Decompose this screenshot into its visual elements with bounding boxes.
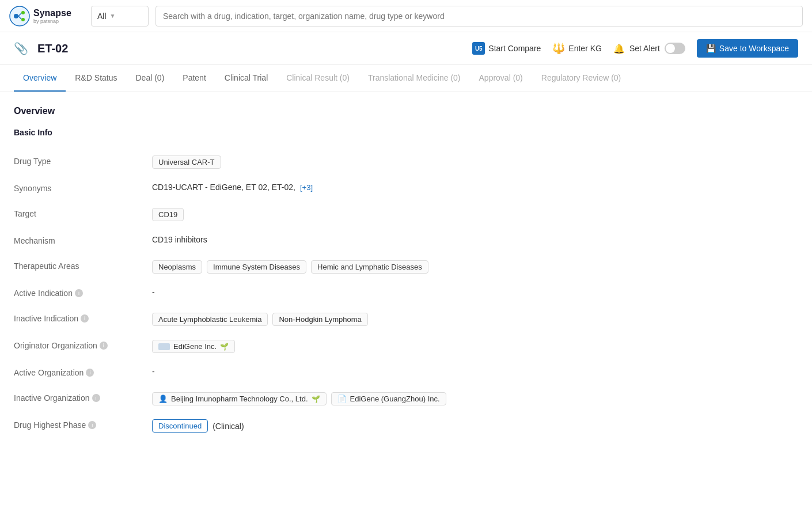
logo-title: Synapse	[33, 7, 71, 18]
inactive-org-1-name: Beijing Imunopharm Technology Co., Ltd.	[171, 395, 308, 403]
active-indication-label: Active Indication i	[14, 287, 152, 298]
enter-kg-button[interactable]: 🔱 Enter KG	[552, 42, 602, 55]
originator-org-name: EdiGene Inc.	[173, 342, 217, 351]
drug-highest-phase-row: Drug Highest Phase i Discontinued (Clini…	[14, 412, 781, 439]
inactive-org-info-icon[interactable]: i	[92, 394, 100, 402]
therapeutic-area-tag-3: Hemic and Lymphatic Diseases	[311, 260, 428, 274]
target-value: CD19	[152, 208, 781, 221]
compare-icon: U5	[472, 42, 485, 55]
inactive-org-value: 👤 Beijing Imunopharm Technology Co., Ltd…	[152, 392, 781, 405]
tab-regulatory-review[interactable]: Regulatory Review (0)	[532, 65, 631, 92]
enter-kg-label: Enter KG	[568, 44, 602, 53]
content-area: Overview Basic Info Drug Type Universal …	[0, 92, 795, 453]
dropdown-value: All	[97, 12, 107, 21]
therapeutic-areas-label: Therapeutic Areas	[14, 260, 152, 271]
active-org-dash: -	[152, 367, 155, 376]
synonyms-more[interactable]: [+3]	[300, 183, 313, 192]
alert-toggle[interactable]	[665, 43, 685, 54]
person-icon: 👤	[158, 395, 168, 403]
section-title: Overview	[14, 106, 781, 116]
org-logo-icon	[158, 343, 170, 350]
drug-name: ET-02	[37, 42, 68, 55]
mechanism-value: CD19 inhibitors	[152, 235, 781, 244]
therapeutic-area-tag-1: Neoplasms	[152, 260, 202, 274]
set-alert-group: 🔔 Set Alert	[613, 43, 685, 54]
active-indication-row: Active Indication i -	[14, 280, 781, 306]
active-org-info-icon[interactable]: i	[86, 369, 94, 377]
tab-rd-status[interactable]: R&D Status	[66, 65, 126, 92]
logo-subtitle: by patsnap	[33, 18, 59, 24]
active-org-row: Active Organization i -	[14, 360, 781, 385]
inactive-indication-row: Inactive Indication i Acute Lymphoblasti…	[14, 306, 781, 333]
subsection-title: Basic Info	[14, 128, 781, 137]
svg-point-2	[21, 11, 25, 14]
active-indication-dash: -	[152, 287, 155, 297]
inactive-indication-tag-2: Non-Hodgkin Lymphoma	[272, 313, 367, 326]
inactive-indication-info-icon[interactable]: i	[81, 314, 89, 323]
search-category-dropdown[interactable]: All ▼	[91, 6, 149, 26]
active-indication-value: -	[152, 287, 781, 297]
search-bar[interactable]	[155, 6, 803, 26]
active-org-label: Active Organization i	[14, 367, 152, 377]
originator-org-value: EdiGene Inc. 🌱	[152, 340, 781, 353]
drug-type-value: Universal CAR-T	[152, 156, 781, 169]
logo-text-area: Synapse by patsnap	[33, 7, 71, 24]
drug-type-label: Drug Type	[14, 156, 152, 166]
inactive-org-tag-2[interactable]: 📄 EdiGene (GuangZhou) Inc.	[331, 392, 446, 405]
tab-translational-medicine[interactable]: Translational Medicine (0)	[359, 65, 470, 92]
growth-icon: 🌱	[220, 343, 229, 351]
inactive-org-2-name: EdiGene (GuangZhou) Inc.	[350, 395, 440, 403]
drug-type-row: Drug Type Universal CAR-T	[14, 149, 781, 176]
tab-approval[interactable]: Approval (0)	[470, 65, 532, 92]
drug-pin-icon: 📎	[14, 41, 28, 55]
tab-clinical-trial[interactable]: Clinical Trial	[215, 65, 277, 92]
chevron-down-icon: ▼	[110, 13, 116, 19]
target-tag[interactable]: CD19	[152, 208, 184, 221]
discontinued-badge[interactable]: Discontinued	[152, 419, 208, 433]
drug-highest-phase-value: Discontinued (Clinical)	[152, 419, 781, 433]
therapeutic-areas-row: Therapeutic Areas Neoplasms Immune Syste…	[14, 253, 781, 280]
drug-highest-phase-info-icon[interactable]: i	[88, 421, 96, 429]
growth-icon-2: 🌱	[312, 395, 320, 403]
svg-point-0	[10, 6, 29, 26]
mechanism-row: Mechanism CD19 inhibitors	[14, 228, 781, 253]
synapse-logo-icon	[9, 6, 30, 26]
synonyms-value: CD19-UCART - EdiGene, ET 02, ET-02, [+3]	[152, 183, 781, 192]
tab-clinical-result[interactable]: Clinical Result (0)	[277, 65, 359, 92]
inactive-indication-tag-1: Acute Lymphoblastic Leukemia	[152, 313, 268, 326]
synonyms-text: CD19-UCART - EdiGene, ET 02, ET-02,	[152, 183, 295, 192]
mechanism-label: Mechanism	[14, 235, 152, 245]
save-workspace-button[interactable]: 💾 Save to Workspace	[697, 39, 798, 58]
svg-point-1	[14, 14, 18, 18]
top-header: Synapse by patsnap All ▼	[0, 0, 812, 32]
target-label: Target	[14, 208, 152, 218]
inactive-org-row: Inactive Organization i 👤 Beijing Imunop…	[14, 385, 781, 412]
originator-org-info-icon[interactable]: i	[100, 342, 108, 350]
active-indication-info-icon[interactable]: i	[75, 289, 83, 297]
originator-org-row: Originator Organization i EdiGene Inc. 🌱	[14, 333, 781, 360]
save-workspace-icon: 💾	[706, 44, 716, 53]
alert-icon: 🔔	[613, 43, 625, 54]
inactive-org-tag-1[interactable]: 👤 Beijing Imunopharm Technology Co., Ltd…	[152, 392, 327, 405]
drug-type-tag: Universal CAR-T	[152, 156, 221, 169]
tab-deal[interactable]: Deal (0)	[127, 65, 174, 92]
search-input[interactable]	[163, 12, 795, 21]
logo: Synapse by patsnap	[9, 6, 84, 26]
therapeutic-area-tag-2: Immune System Diseases	[207, 260, 306, 274]
inactive-indication-label: Inactive Indication i	[14, 313, 152, 323]
drug-highest-phase-label: Drug Highest Phase i	[14, 419, 152, 430]
inactive-org-label: Inactive Organization i	[14, 392, 152, 403]
tab-overview[interactable]: Overview	[14, 65, 66, 92]
drug-header: 📎 ET-02 U5 Start Compare 🔱 Enter KG 🔔 Se…	[0, 32, 812, 65]
originator-org-tag[interactable]: EdiGene Inc. 🌱	[152, 340, 235, 353]
set-alert-label: Set Alert	[629, 44, 660, 53]
phase-text: (Clinical)	[213, 422, 244, 431]
active-org-value: -	[152, 367, 781, 376]
therapeutic-areas-value: Neoplasms Immune System Diseases Hemic a…	[152, 260, 781, 274]
synonyms-row: Synonyms CD19-UCART - EdiGene, ET 02, ET…	[14, 176, 781, 201]
tab-patent[interactable]: Patent	[173, 65, 215, 92]
start-compare-button[interactable]: U5 Start Compare	[472, 42, 541, 55]
doc-icon: 📄	[337, 395, 347, 403]
originator-org-label: Originator Organization i	[14, 340, 152, 350]
start-compare-label: Start Compare	[488, 44, 541, 53]
